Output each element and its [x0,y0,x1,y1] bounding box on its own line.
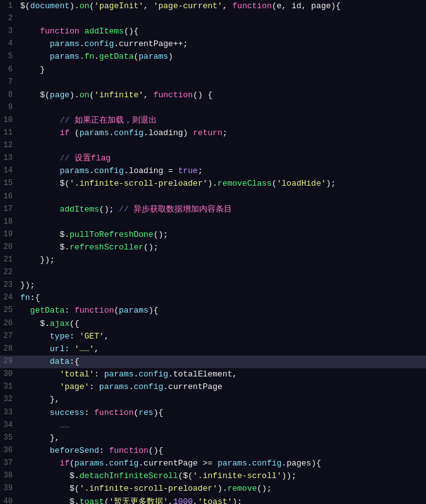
code-line: 26 $.ajax({ [0,318,426,330]
code-line: 4 params.config.currentPage++; [0,38,426,51]
code-line: 31 'page': params.config.currentPage [0,381,426,393]
code-line: 28 url: '……', [0,343,426,356]
code-line: 38 $.detachInfiniteScroll($('.infinite-s… [0,470,426,483]
code-line: 12 [0,140,426,152]
code-line: 6 } [0,64,426,76]
code-line: 22 [0,267,426,279]
code-line: 33 success: function(res){ [0,407,426,419]
code-line: 24 fn:{ [0,292,426,304]
code-line: 35 }, [0,432,426,445]
code-line: 9 [0,102,426,114]
code-line: 13 // 设置flag [0,152,426,165]
code-line: 11 if (params.config.loading) return; [0,127,426,140]
code-line: 40 $.toast('暂无更多数据',1000,'toast'); [0,496,426,505]
code-line: 36 beforeSend: function(){ [0,445,426,457]
code-line: 3 function addItems(){ [0,25,426,38]
code-line: 39 $('.infinite-scroll-preloader').remov… [0,483,426,495]
code-line: 15 $('.infinite-scroll-preloader').remov… [0,177,426,190]
code-line: 27 type: 'GET', [0,330,426,343]
code-line: 2 [0,13,426,25]
code-line: 8 $(page).on('infinite', function() { [0,89,426,102]
code-line: 25 getData: function(params){ [0,304,426,317]
code-line: 7 [0,76,426,89]
code-line: 21 }); [0,254,426,267]
code-line: 16 [0,191,426,203]
code-line: 32 }, [0,393,426,406]
code-line: 23 }); [0,279,426,292]
code-line: 14 params.config.loading = true; [0,165,426,177]
code-line: 17 addItems(); // 异步获取数据增加内容条目 [0,203,426,216]
code-line: 19 $.pullToRefreshDone(); [0,229,426,241]
code-line: 10 // 如果正在加载，则退出 [0,114,426,127]
code-line: 34 …… [0,419,426,432]
code-line: 29 data:{ [0,356,426,368]
code-line: 1 $(document).on('pageInit', 'page-curre… [0,0,426,13]
code-line: 30 'total': params.config.totalElement, [0,368,426,381]
code-line: 18 [0,216,426,229]
code-editor: 1 $(document).on('pageInit', 'page-curre… [0,0,426,504]
code-line: 37 if(params.config.currentPage >= param… [0,457,426,470]
code-line: 20 $.refreshScroller(); [0,241,426,254]
code-line: 5 params.fn.getData(params) [0,51,426,63]
